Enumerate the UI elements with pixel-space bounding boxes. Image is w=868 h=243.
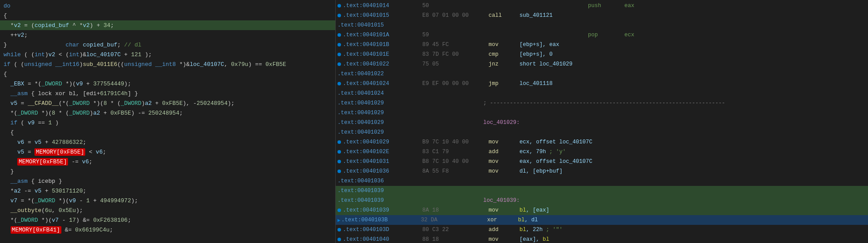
asm-line-15: .text:00401031 B8 7C 10 40 00 mov eax, o…	[336, 157, 868, 166]
asm-line-3: .text:00401015	[336, 20, 868, 30]
code-line-asm-xor: __asm { lock xor bl, [edi+ 61791C4h ] }	[0, 89, 335, 98]
dot-indicator	[337, 170, 341, 173]
dot-indicator	[337, 160, 341, 163]
code-line-dword-minus-eq: *( _DWORD *)( 8 * ( _DWORD ) a2 + 0xFB5E…	[0, 108, 335, 118]
code-line-memory-minus-eq: MEMORY[0xFB5E] -= v6 ;	[0, 157, 335, 166]
dot-indicator	[337, 33, 341, 37]
code-line-ebx: _EBX = *( _DWORD *)( v9 + 377554449 );	[0, 79, 335, 89]
asm-line-2: .text:00401015 E8 07 01 00 00 call sub_4…	[336, 11, 868, 20]
code-line-if: if ( ( unsigned __int16 ) sub_4011E6 (( …	[0, 59, 335, 69]
asm-line-10: .text:00401024	[336, 89, 868, 98]
code-line-v6: v6 = v5 + 427886322 ;	[0, 137, 335, 147]
dot-indicator	[337, 14, 341, 17]
asm-line-11: .text:00401029	[336, 108, 868, 118]
dot-indicator	[337, 208, 341, 212]
right-asm-panel: .text:00401014 50 push eax .text:0040101…	[336, 0, 868, 243]
code-line-brace1: {	[0, 11, 335, 20]
code-line-v7: v7 = *( _DWORD *)( v9 - 1 + 494994972 );	[0, 196, 335, 205]
code-line-do: do	[0, 1, 335, 11]
code-line-v2-assign: * v2 = ( copied_buf ^ * v2 ) + 34 ;	[0, 20, 335, 30]
asm-line-12: .text:00401029	[336, 127, 868, 137]
asm-line-6: .text:0040101E 83 7D FC 00 cmp [ebp+s], …	[336, 50, 868, 59]
code-line-memory-fb41: MEMORY[0xFB41] &= 0x66199C4u ;	[0, 225, 335, 235]
dot-indicator	[337, 62, 341, 66]
asm-line-19: .text:00401039 8A 18 mov bl, [eax]	[336, 205, 868, 215]
asm-line-4: .text:0040101A 59 pop ecx	[336, 30, 868, 40]
code-line-icebp: __asm { icebp }	[0, 176, 335, 186]
code-line-while: while ( ( int ) v2 < ( int )& loc_40107C…	[0, 50, 335, 59]
dot-indicator	[337, 238, 341, 241]
asm-line-17: .text:00401036	[336, 176, 868, 186]
dot-indicator	[337, 82, 341, 85]
asm-line-8: .text:00401022	[336, 69, 868, 79]
asm-line-14: .text:0040102E 83 C1 79 add ecx, 79h ; '…	[336, 147, 868, 157]
asm-line-9: .text:00401024 E9 EF 00 00 00 jmp loc_40…	[336, 79, 868, 89]
asm-line-13: .text:00401029 B9 7C 10 40 00 mov ecx, o…	[336, 137, 868, 147]
dot-indicator	[337, 228, 341, 231]
asm-line-1: .text:00401014 50 push eax	[336, 1, 868, 11]
asm-line-21: .text:0040103D 80 C3 22 add bl, 22h ; '"…	[336, 225, 868, 235]
code-line-close-brace-char: } char copied_buf ; // dl	[0, 40, 335, 50]
code-line-if-v9: if ( v9 == 1 )	[0, 118, 335, 127]
code-line-v7-and-eq: *( _DWORD *)( v7 - 17 ) &= 0xF2638106 ;	[0, 215, 335, 225]
asm-line-7: .text:00401022 75 05 jnz short loc_40102…	[336, 59, 868, 69]
asm-line-22: .text:00401040 88 18 mov [eax], bl	[336, 235, 868, 243]
asm-line-label2: .text:00401039 loc_401039:	[336, 196, 868, 205]
asm-line-18: .text:00401039	[336, 186, 868, 196]
asm-line-20: ▶ .text:0040103B 32 DA xor bl, dl	[336, 215, 868, 225]
arrow-indicator: ▶	[337, 217, 341, 223]
code-line-inc-v2: ++ v2 ;	[0, 30, 335, 40]
dot-indicator	[337, 140, 341, 144]
dot-indicator	[337, 53, 341, 56]
asm-line-16: .text:00401036 8A 55 F8 mov dl, [ebp+buf…	[336, 166, 868, 176]
asm-line-5: .text:0040101B 89 45 FC mov [ebp+s], eax	[336, 40, 868, 50]
asm-line-label1: .text:00401029 loc_401029:	[336, 118, 868, 127]
dot-indicator	[337, 4, 341, 8]
code-line-brace2: {	[0, 69, 335, 79]
code-line-brace3: {	[0, 127, 335, 137]
code-line-a2-minus: * a2 -= v5 + 530171120 ;	[0, 186, 335, 196]
dot-indicator	[337, 43, 341, 46]
code-line-v5-memory: v5 = MEMORY[0xFB5E] < v6 ;	[0, 147, 335, 157]
code-line-close-inner: }	[0, 166, 335, 176]
code-line-outbyte: __outbyte ( 6u , 0x5Eu );	[0, 205, 335, 215]
left-code-panel: do { * v2 = ( copied_buf ^ * v2 ) + 34 ;…	[0, 0, 336, 243]
code-line-v5-cfadd: v5 = __CFADD__ (*( _DWORD *)( 8 * ( _DWO…	[0, 98, 335, 108]
asm-line-sep: .text:00401029 ; -----------------------…	[336, 98, 868, 108]
dot-indicator	[337, 150, 341, 154]
